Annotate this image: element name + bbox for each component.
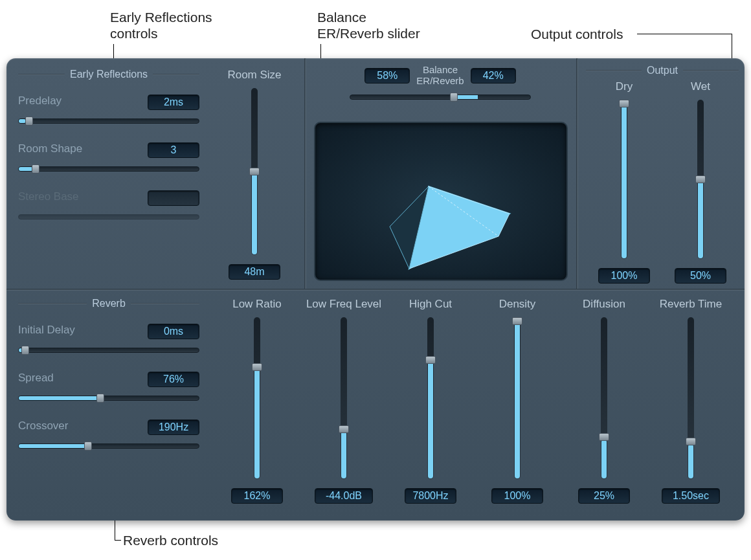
- high-cut-value[interactable]: 7800Hz: [405, 488, 456, 504]
- wet-slider[interactable]: [694, 100, 707, 259]
- spread-label: Spread: [18, 372, 54, 387]
- divider: [576, 58, 578, 289]
- low-freq-level-slider[interactable]: [337, 317, 350, 479]
- room-size-slider[interactable]: [248, 88, 261, 255]
- spread-slider[interactable]: [18, 394, 199, 403]
- density-slider[interactable]: [511, 317, 524, 479]
- dry-label: Dry: [616, 80, 633, 93]
- early-reflections-header: Early Reflections: [18, 69, 199, 80]
- room-shape-value[interactable]: 3: [148, 142, 199, 158]
- dry-value[interactable]: 100%: [598, 268, 650, 284]
- balance-section: 58% Balance ER/Reverb 42%: [320, 65, 560, 102]
- spread-value[interactable]: 76%: [148, 372, 199, 387]
- low-ratio-slider[interactable]: [251, 317, 263, 479]
- callout-line: [115, 540, 121, 541]
- crossover-value[interactable]: 190Hz: [148, 420, 199, 435]
- callout-reverb: Reverb controls: [123, 532, 218, 548]
- callout-early-reflections: Early Reflections controls: [110, 9, 212, 41]
- callout-line: [637, 34, 732, 34]
- reverb-time-slider[interactable]: [684, 317, 697, 479]
- section-title: Reverb: [92, 298, 126, 309]
- high-cut-label: High Cut: [409, 298, 452, 311]
- room-size-label: Room Size: [227, 69, 281, 82]
- room-shape-display: [314, 122, 568, 281]
- reverb-vertical-sliders: Low Ratio 162% Low Freq Level -44.0dB Hi…: [214, 298, 738, 504]
- section-title: Early Reflections: [70, 69, 148, 80]
- room-size-value[interactable]: 48m: [229, 264, 280, 280]
- stereo-base-value: [148, 190, 199, 206]
- crossover-label: Crossover: [18, 420, 68, 435]
- balance-right-value[interactable]: 42%: [471, 68, 516, 84]
- predelay-value[interactable]: 2ms: [148, 95, 199, 110]
- initial-delay-label: Initial Delay: [18, 324, 75, 339]
- diffusion-slider[interactable]: [598, 317, 611, 479]
- density-value[interactable]: 100%: [491, 488, 543, 504]
- stereo-base-slider: [18, 212, 199, 221]
- section-title: Output: [647, 65, 678, 76]
- crossover-slider[interactable]: [18, 442, 199, 451]
- dry-col: Dry 100%: [598, 80, 650, 284]
- callout-output: Output controls: [531, 26, 623, 42]
- predelay-slider[interactable]: [18, 117, 199, 126]
- diffusion-label: Diffusion: [583, 298, 625, 311]
- wet-col: Wet 50%: [675, 80, 726, 284]
- output-section: Output Dry 100% Wet 50%: [586, 65, 739, 284]
- early-reflections-section: Early Reflections Predelay 2ms Room Shap…: [18, 69, 199, 221]
- low-ratio-label: Low Ratio: [232, 298, 282, 311]
- initial-delay-value[interactable]: 0ms: [148, 324, 199, 339]
- predelay-label: Predelay: [18, 95, 62, 110]
- divider: [6, 289, 745, 291]
- wet-value[interactable]: 50%: [675, 268, 726, 284]
- callout-balance: Balance ER/Reverb slider: [317, 9, 420, 41]
- room-shape-icon: [315, 123, 569, 282]
- reverb-header: Reverb: [18, 298, 199, 309]
- density-label: Density: [499, 298, 536, 311]
- low-freq-level-label: Low Freq Level: [306, 298, 381, 311]
- wet-label: Wet: [691, 80, 710, 93]
- initial-delay-slider[interactable]: [18, 346, 199, 355]
- room-shape-label: Room Shape: [18, 142, 82, 158]
- divider: [304, 58, 306, 289]
- low-ratio-value[interactable]: 162%: [231, 488, 283, 504]
- room-size-section: Room Size 48m: [214, 69, 295, 280]
- low-freq-level-value[interactable]: -44.0dB: [315, 488, 373, 504]
- reverb-time-label: Reverb Time: [660, 298, 722, 311]
- diffusion-value[interactable]: 25%: [578, 488, 630, 504]
- dry-slider[interactable]: [618, 100, 631, 259]
- balance-slider[interactable]: [350, 93, 531, 102]
- reverb-plugin-panel: Early Reflections Predelay 2ms Room Shap…: [6, 58, 745, 521]
- reverb-section: Reverb Initial Delay 0ms Spread 76% Cros…: [18, 298, 199, 451]
- high-cut-slider[interactable]: [424, 317, 437, 479]
- stereo-base-label: Stereo Base: [18, 190, 79, 206]
- output-header: Output: [586, 65, 739, 76]
- reverb-time-value[interactable]: 1.50sec: [662, 488, 720, 504]
- balance-left-value[interactable]: 58%: [364, 68, 410, 84]
- balance-label: Balance ER/Reverb: [416, 65, 464, 86]
- room-shape-slider[interactable]: [18, 164, 199, 174]
